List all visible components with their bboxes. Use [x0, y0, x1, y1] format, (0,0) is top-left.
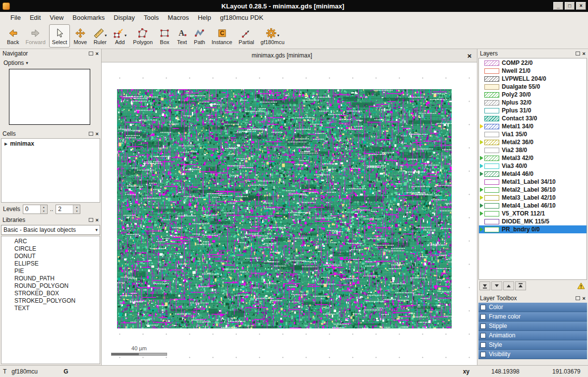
toolbox-row-frame-color[interactable]: Frame color: [478, 312, 587, 322]
layer-row-v5-xtor-112-1[interactable]: V5_XTOR 112/1: [479, 210, 587, 217]
minimize-button[interactable]: _: [553, 2, 563, 10]
polygon-tool-button[interactable]: Polygon: [130, 24, 156, 48]
menu-gf180mcu-pdk[interactable]: gf180mcu PDK: [216, 12, 268, 23]
levels-from-spinner[interactable]: 0 ▲ ▼: [23, 205, 48, 214]
layer-row-comp-22-0[interactable]: COMP 22/0: [479, 59, 587, 67]
layer-row-via3-40-0[interactable]: Via3 40/0: [479, 162, 587, 170]
layer-swatch[interactable]: [484, 124, 499, 129]
layer-swatch[interactable]: [484, 171, 499, 177]
layer-row-poly2-30-0[interactable]: Poly2 30/0: [479, 91, 587, 99]
layer-swatch[interactable]: [484, 60, 499, 66]
back-tool-button[interactable]: Back: [4, 24, 22, 48]
view-close-button[interactable]: ×: [462, 52, 477, 60]
library-item-arc[interactable]: ARC: [1, 238, 100, 245]
move-layer-up-button[interactable]: [503, 281, 514, 290]
levels-from-down-button[interactable]: ▼: [41, 209, 47, 214]
layer-swatch[interactable]: [484, 100, 499, 106]
instance-tool-button[interactable]: CInstance: [209, 24, 235, 48]
checkbox-icon[interactable]: [480, 323, 486, 329]
toolbox-row-animation[interactable]: Animation: [478, 331, 587, 340]
layer-row-via2-38-0[interactable]: Via2 38/0: [479, 146, 587, 154]
layer-swatch[interactable]: [484, 68, 499, 74]
layer-row-metal1-34-0[interactable]: Metal1 34/0: [479, 122, 587, 130]
levels-to-up-button[interactable]: ▲: [73, 205, 80, 210]
ruler-tool-button[interactable]: ▾Ruler: [90, 24, 110, 48]
levels-to-down-button[interactable]: ▼: [73, 209, 80, 214]
layers-close-button[interactable]: ×: [583, 51, 586, 56]
gf180mcu-tool-button[interactable]: ▾gf180mcu: [258, 24, 288, 48]
navigator-options-dropdown[interactable]: Options ▾: [0, 58, 101, 68]
dropdown-caret-icon[interactable]: ▾: [105, 33, 107, 38]
libraries-close-button[interactable]: ×: [96, 217, 99, 223]
libraries-float-button[interactable]: [89, 218, 93, 222]
cells-close-button[interactable]: ×: [96, 131, 99, 137]
layers-float-button[interactable]: [576, 52, 580, 55]
toolbox-row-style[interactable]: Style: [478, 340, 587, 350]
tree-expand-icon[interactable]: ▶: [4, 142, 7, 146]
cells-float-button[interactable]: [89, 132, 93, 136]
layer-row-nplus-32-0[interactable]: Nplus 32/0: [479, 99, 587, 107]
partial-tool-button[interactable]: Partial: [235, 24, 257, 48]
layer-swatch[interactable]: [484, 179, 499, 185]
library-select[interactable]: Basic - Basic layout objects ▾: [1, 225, 100, 235]
close-button[interactable]: ×: [576, 2, 586, 10]
checkbox-icon[interactable]: [480, 314, 486, 320]
layer-swatch[interactable]: [484, 163, 499, 169]
cell-item-minimax[interactable]: ▶ minimax: [1, 139, 100, 147]
menu-tools[interactable]: Tools: [139, 12, 163, 23]
layer-swatch[interactable]: [484, 92, 499, 98]
technology-name[interactable]: gf180mcu: [11, 368, 63, 375]
layer-toolbox-close-button[interactable]: ×: [583, 296, 586, 301]
levels-to-spinner[interactable]: 2 ▲ ▼: [56, 205, 80, 214]
navigator-float-button[interactable]: [89, 52, 93, 55]
library-item-ellipse[interactable]: ELLIPSE: [1, 260, 100, 268]
checkbox-icon[interactable]: [480, 305, 486, 310]
library-item-circle[interactable]: CIRCLE: [1, 245, 100, 253]
layer-swatch[interactable]: [484, 84, 499, 90]
move-layer-to-bottom-button[interactable]: [479, 281, 490, 290]
layer-row-metal3-42-0[interactable]: Metal3 42/0: [479, 154, 587, 162]
checkbox-icon[interactable]: [480, 342, 486, 348]
layer-row-metal2-36-0[interactable]: Metal2 36/0: [479, 138, 587, 146]
library-item-stroked-polygon[interactable]: STROKED_POLYGON: [1, 297, 100, 305]
toolbox-row-stipple[interactable]: Stipple: [478, 322, 587, 331]
add-tool-button[interactable]: ▾Add: [110, 24, 129, 48]
layer-row-metal2-label-36-10[interactable]: Metal2_Label 36/10: [479, 186, 587, 194]
layer-row-nwell-21-0[interactable]: Nwell 21/0: [479, 67, 587, 75]
maximize-button[interactable]: □: [565, 2, 575, 10]
forward-tool-button[interactable]: Forward: [22, 24, 48, 48]
layer-swatch[interactable]: [484, 219, 499, 224]
text-tool-button[interactable]: AText: [174, 24, 190, 48]
layer-row-metal1-label-34-10[interactable]: Metal1_Label 34/10: [479, 178, 587, 186]
path-tool-button[interactable]: Path: [191, 24, 208, 48]
menu-edit[interactable]: Edit: [25, 12, 45, 23]
layer-swatch[interactable]: [484, 140, 499, 145]
library-item-pie[interactable]: PIE: [1, 268, 100, 275]
library-item-text[interactable]: TEXT: [1, 305, 100, 312]
dropdown-caret-icon[interactable]: ▾: [124, 33, 126, 38]
layer-swatch[interactable]: [484, 211, 499, 216]
move-tool-button[interactable]: Move: [70, 24, 90, 48]
layer-row-via1-35-0[interactable]: Via1 35/0: [479, 130, 587, 138]
view-tab[interactable]: minimax.gds [minimax]: [102, 52, 462, 59]
library-item-round-path[interactable]: ROUND_PATH: [1, 275, 100, 282]
toolbox-row-visibility[interactable]: Visibility: [478, 350, 587, 359]
menu-macros[interactable]: Macros: [163, 12, 193, 23]
layer-row-metal4-label-46-10[interactable]: Metal4_Label 46/10: [479, 202, 587, 210]
layer-swatch[interactable]: [484, 116, 499, 121]
layer-row-pr-bndry-0-0[interactable]: PR_bndry 0/0: [479, 225, 587, 233]
layer-row-dualgate-55-0[interactable]: Dualgate 55/0: [479, 83, 587, 91]
library-item-stroked-box[interactable]: STROKED_BOX: [1, 290, 100, 297]
library-item-round-polygon[interactable]: ROUND_POLYGON: [1, 282, 100, 290]
layout-canvas-area[interactable]: 40 µm: [102, 62, 477, 365]
menu-view[interactable]: View: [45, 12, 68, 23]
checkbox-icon[interactable]: [480, 352, 486, 357]
layer-toolbox-float-button[interactable]: [576, 296, 580, 300]
checkbox-icon[interactable]: [480, 333, 486, 338]
layer-swatch[interactable]: [484, 108, 499, 113]
navigator-close-button[interactable]: ×: [96, 51, 99, 56]
box-tool-button[interactable]: Box: [156, 24, 173, 48]
navigator-preview[interactable]: [0, 68, 101, 129]
move-layer-down-button[interactable]: [491, 281, 502, 290]
layer-swatch[interactable]: [484, 148, 499, 153]
